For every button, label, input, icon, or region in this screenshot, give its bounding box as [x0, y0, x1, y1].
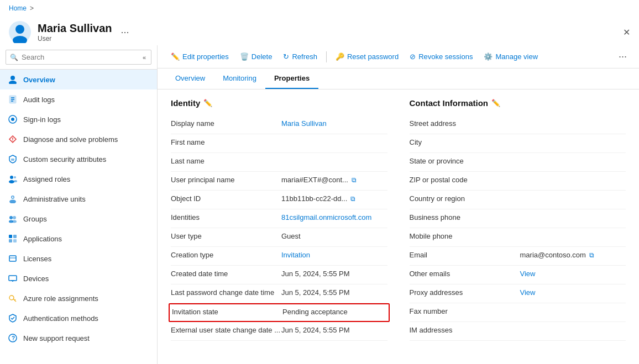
prop-proxy: Proxy addresses View [410, 284, 626, 303]
sidebar-item-devices[interactable]: Devices [0, 268, 157, 288]
prop-value-external-state-date: Jun 5, 2024, 5:55 PM [281, 326, 387, 334]
sidebar-label-custom-security: Custom security attributes [23, 155, 106, 163]
delete-button[interactable]: 🗑️ Delete [235, 50, 277, 63]
sidebar-item-sign-in-logs[interactable]: Sign-in logs [0, 109, 157, 129]
sidebar-label-azure-roles: Azure role assignments [23, 294, 98, 303]
svg-point-14 [10, 176, 13, 179]
breadcrumb-separator: > [30, 4, 34, 12]
properties-area: Identity ✏️ Display name Maria Sullivan … [158, 89, 639, 364]
toolbar: ✏️ Edit properties 🗑️ Delete ↻ Refresh 🔑… [158, 45, 639, 68]
contact-edit-icon[interactable]: ✏️ [491, 99, 500, 107]
diagnose-icon [8, 134, 18, 144]
svg-rect-13 [11, 159, 14, 161]
svg-point-16 [14, 176, 16, 178]
sidebar-search-bar: 🔍 « [0, 45, 157, 70]
tab-properties[interactable]: Properties [265, 68, 318, 89]
sidebar-item-admin-units[interactable]: Administrative units [0, 189, 157, 209]
sidebar-item-groups[interactable]: Groups [0, 209, 157, 229]
user-ellipsis-button[interactable]: ··· [121, 27, 129, 38]
close-button[interactable]: ✕ [623, 27, 630, 38]
prop-label-mobile: Mobile phone [410, 232, 520, 240]
copy-upn-icon[interactable]: ⧉ [352, 176, 357, 184]
sidebar-item-new-support[interactable]: ? New support request [0, 328, 157, 348]
breadcrumb-home[interactable]: Home [9, 4, 27, 12]
sidebar-item-licenses[interactable]: Licenses [0, 249, 157, 268]
devices-icon [8, 273, 18, 283]
toolbar-divider [326, 51, 327, 62]
prop-value-created-dt: Jun 5, 2024, 5:55 PM [281, 270, 387, 278]
prop-last-name: Last name [171, 153, 387, 172]
sidebar-item-diagnose[interactable]: Diagnose and solve problems [0, 129, 157, 149]
prop-invitation-state: Invitation state Pending acceptance [169, 303, 390, 322]
copy-email-icon[interactable]: ⧉ [589, 251, 594, 259]
auth-icon [8, 313, 18, 323]
copy-object-id-icon[interactable]: ⧉ [350, 195, 355, 203]
sidebar-label-diagnose: Diagnose and solve problems [23, 135, 118, 144]
lock-icon: 🔑 [336, 52, 344, 61]
prop-fax: Fax number [410, 303, 626, 322]
prop-label-first-name: First name [171, 138, 281, 146]
avatar [9, 21, 31, 43]
prop-zip: ZIP or postal code [410, 172, 626, 191]
prop-label-object-id: Object ID [171, 194, 281, 203]
support-icon: ? [8, 333, 18, 343]
sidebar-item-custom-security[interactable]: Custom security attributes [0, 149, 157, 169]
manage-view-button[interactable]: ⚙️ Manage view [479, 50, 542, 63]
sidebar-label-sign-in-logs: Sign-in logs [23, 115, 61, 124]
svg-point-4 [9, 81, 17, 84]
prop-value-identities[interactable]: 81csilgmail.onmicrosoft.com [281, 213, 387, 221]
tab-overview[interactable]: Overview [166, 68, 214, 89]
delete-label: Delete [252, 52, 273, 61]
sidebar-item-assigned-roles[interactable]: Assigned roles [0, 169, 157, 189]
prop-value-proxy[interactable]: View [520, 288, 626, 297]
manage-view-label: Manage view [495, 52, 538, 61]
audit-icon [8, 94, 18, 104]
svg-text:?: ? [12, 335, 15, 341]
prop-label-last-pwd: Last password change date time [171, 288, 281, 297]
svg-rect-26 [13, 235, 17, 238]
sidebar-item-overview[interactable]: Overview [0, 70, 157, 89]
collapse-button[interactable]: « [143, 54, 146, 61]
identity-edit-icon[interactable]: ✏️ [203, 99, 212, 107]
reset-password-button[interactable]: 🔑 Reset password [331, 50, 403, 63]
sidebar-item-applications[interactable]: Applications [0, 229, 157, 249]
tab-monitoring[interactable]: Monitoring [214, 68, 265, 89]
sidebar-item-auth-methods[interactable]: Authentication methods [0, 308, 157, 328]
search-wrap: 🔍 « [6, 50, 151, 65]
groups-icon [8, 214, 18, 224]
prop-value-creation-type[interactable]: Invitation [281, 251, 387, 259]
edit-properties-button[interactable]: ✏️ Edit properties [166, 50, 233, 63]
sidebar-item-audit-logs[interactable]: Audit logs [0, 89, 157, 109]
svg-rect-29 [9, 256, 16, 261]
refresh-icon: ↻ [283, 52, 289, 61]
prop-identities: Identities 81csilgmail.onmicrosoft.com [171, 209, 387, 228]
prop-label-identities: Identities [171, 213, 281, 221]
email-text: maria@contoso.com [520, 251, 586, 259]
prop-value-display-name[interactable]: Maria Sullivan [281, 119, 387, 128]
sidebar: 🔍 « Overview Audit logs Sign-in logs [0, 45, 158, 364]
prop-country: Country or region [410, 191, 626, 209]
svg-point-12 [12, 140, 13, 141]
svg-point-10 [11, 118, 14, 121]
object-id-text: 11bb11bb-cc22-dd... [281, 194, 347, 203]
prop-label-last-name: Last name [171, 157, 281, 165]
search-input[interactable] [6, 50, 151, 65]
prop-label-user-type: User type [171, 232, 281, 240]
prop-email: Email maria@contoso.com ⧉ [410, 247, 626, 266]
user-info: Maria Sullivan User [38, 22, 112, 43]
apps-icon [8, 234, 18, 244]
refresh-button[interactable]: ↻ Refresh [279, 50, 322, 63]
svg-rect-27 [9, 239, 12, 242]
user-header: Maria Sullivan User ··· ✕ [0, 17, 639, 45]
sidebar-item-azure-roles[interactable]: Azure role assignments [0, 288, 157, 308]
sidebar-label-groups: Groups [23, 215, 47, 223]
svg-point-20 [12, 197, 14, 198]
revoke-sessions-button[interactable]: ⊘ Revoke sessions [405, 50, 477, 63]
sidebar-label-new-support: New support request [23, 334, 90, 342]
identity-title-text: Identity [171, 98, 200, 108]
toolbar-more-button[interactable]: ··· [615, 50, 630, 64]
prop-value-other-emails[interactable]: View [520, 270, 626, 278]
revoke-sessions-label: Revoke sessions [418, 52, 473, 61]
sidebar-label-applications: Applications [23, 235, 62, 243]
refresh-label: Refresh [292, 52, 317, 61]
